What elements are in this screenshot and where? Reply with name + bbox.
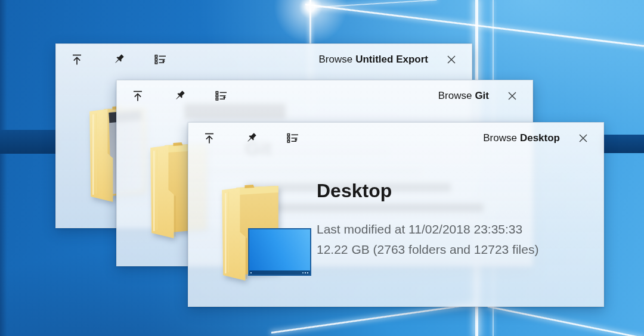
window-title-name: Git [475,90,489,101]
light-beam-diagonal-3 [271,303,475,334]
window-title: BrowseGit [438,90,489,102]
add-to-list-icon [286,131,300,145]
light-beam-diagonal-4 [488,306,643,336]
monitor-start-dot [250,272,252,273]
scroll-to-top-button[interactable] [130,88,145,104]
pin-icon [112,52,126,67]
folder-title: Desktop [317,180,392,202]
window-title-prefix: Browse [438,90,472,101]
close-icon [576,131,590,145]
add-to-list-button[interactable] [213,88,229,104]
scroll-to-top-icon [70,52,84,67]
add-to-list-icon [153,52,168,67]
folder-modified-text: Last modified at 11/02/2018 23:35:33 [317,222,522,237]
scroll-to-top-button[interactable] [69,52,85,67]
window-title: BrowseUntitled Export [318,54,428,66]
browse-window-desktop[interactable]: BrowseDesktop Desktop Last modified at 1… [188,122,604,307]
window-title-name: Untitled Export [355,54,428,65]
monitor-overlay-icon [248,228,311,276]
add-to-list-button[interactable] [285,130,301,146]
window-title-prefix: Browse [318,54,352,65]
wallpaper-left-shade [0,0,7,336]
toolbar: BrowseGit [117,80,532,111]
add-to-list-button[interactable] [153,52,168,67]
scroll-to-top-button[interactable] [202,130,217,146]
close-button[interactable] [576,131,590,145]
toolbar: BrowseUntitled Export [56,44,472,75]
close-button[interactable] [505,89,519,103]
window-title: BrowseDesktop [483,132,560,144]
window-title-name: Desktop [520,132,560,144]
monitor-taskbar [249,270,310,275]
add-to-list-icon [214,89,228,103]
close-icon [444,52,459,67]
close-icon [505,89,519,103]
scroll-to-top-icon [202,131,216,145]
window-title-prefix: Browse [483,132,517,144]
pin-button[interactable] [111,52,126,67]
pin-icon [172,89,187,103]
toolbar: BrowseDesktop [188,123,603,154]
wallpaper-dark-band-left [0,130,57,154]
pin-button[interactable] [243,130,259,146]
pin-icon [244,131,258,145]
scroll-to-top-icon [131,89,145,103]
monitor-tray-dots [307,272,308,273]
close-button[interactable] [444,52,459,67]
light-beam-diagonal-1 [305,4,644,49]
folder-size-text: 12.22 GB (2763 folders and 12723 files) [317,242,538,257]
wallpaper-dark-band-right [602,135,644,153]
pin-button[interactable] [172,88,187,104]
